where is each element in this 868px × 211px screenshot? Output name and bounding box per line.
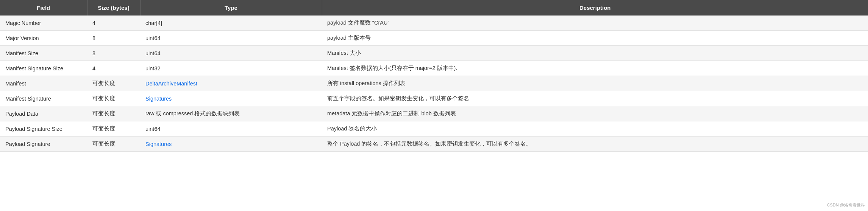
cell-type: uint64 [140,31,322,46]
header-size: Size (bytes) [87,0,140,16]
cell-type: uint64 [140,121,322,137]
table-row: Payload Signature可变长度Signatures整个 Payloa… [0,137,868,152]
cell-size: 4 [87,61,140,76]
table-row: Payload Data可变长度raw 或 compressed 格式的数据块列… [0,106,868,121]
cell-field: Manifest Size [0,46,87,61]
cell-description: payload 主版本号 [322,31,868,46]
type-link[interactable]: DeltaArchiveManifest [145,81,197,87]
table-row: Manifest Signature Size4uint32Manifest 签… [0,61,868,76]
cell-type: char[4] [140,16,322,31]
cell-size: 可变长度 [87,91,140,106]
cell-size: 可变长度 [87,106,140,121]
cell-field: Manifest Signature [0,91,87,106]
cell-description: metadata 元数据中操作对应的二进制 blob 数据列表 [322,106,868,121]
cell-field: Major Version [0,31,87,46]
cell-type[interactable]: Signatures [140,137,322,152]
table-header-row: Field Size (bytes) Type Description [0,0,868,16]
cell-field: Payload Signature Size [0,121,87,137]
cell-size: 可变长度 [87,137,140,152]
cell-description: Manifest 大小 [322,46,868,61]
cell-size: 8 [87,46,140,61]
cell-size: 8 [87,31,140,46]
header-description: Description [322,0,868,16]
cell-field: Payload Signature [0,137,87,152]
type-link[interactable]: Signatures [145,141,172,147]
cell-description: payload 文件魔数 "CrAU" [322,16,868,31]
cell-size: 4 [87,16,140,31]
cell-type[interactable]: DeltaArchiveManifest [140,76,322,91]
watermark-label: CSDN @洛奇看世界 [827,202,865,208]
cell-description: Manifest 签名数据的大小(只存在于 major=2 版本中). [322,61,868,76]
header-field: Field [0,0,87,16]
cell-description: 整个 Payload 的签名，不包括元数据签名。如果密钥发生变化，可以有多个签名… [322,137,868,152]
data-table: Field Size (bytes) Type Description Magi… [0,0,868,152]
cell-type: uint64 [140,46,322,61]
cell-type[interactable]: Signatures [140,91,322,106]
table-row: Payload Signature Size可变长度uint64Payload … [0,121,868,137]
cell-description: Payload 签名的大小 [322,121,868,137]
cell-description: 所有 install operations 操作列表 [322,76,868,91]
cell-field: Manifest Signature Size [0,61,87,76]
table-container: Field Size (bytes) Type Description Magi… [0,0,868,211]
table-row: Manifest可变长度DeltaArchiveManifest所有 insta… [0,76,868,91]
table-row: Magic Number4char[4]payload 文件魔数 "CrAU" [0,16,868,31]
cell-type: uint32 [140,61,322,76]
table-row: Manifest Signature可变长度Signatures前五个字段的签名… [0,91,868,106]
table-row: Major Version8uint64payload 主版本号 [0,31,868,46]
cell-field: Payload Data [0,106,87,121]
table-row: Manifest Size8uint64Manifest 大小 [0,46,868,61]
cell-field: Manifest [0,76,87,91]
header-type: Type [140,0,322,16]
cell-field: Magic Number [0,16,87,31]
cell-size: 可变长度 [87,121,140,137]
cell-description: 前五个字段的签名。如果密钥发生变化，可以有多个签名 [322,91,868,106]
cell-type: raw 或 compressed 格式的数据块列表 [140,106,322,121]
type-link[interactable]: Signatures [145,96,172,102]
cell-size: 可变长度 [87,76,140,91]
